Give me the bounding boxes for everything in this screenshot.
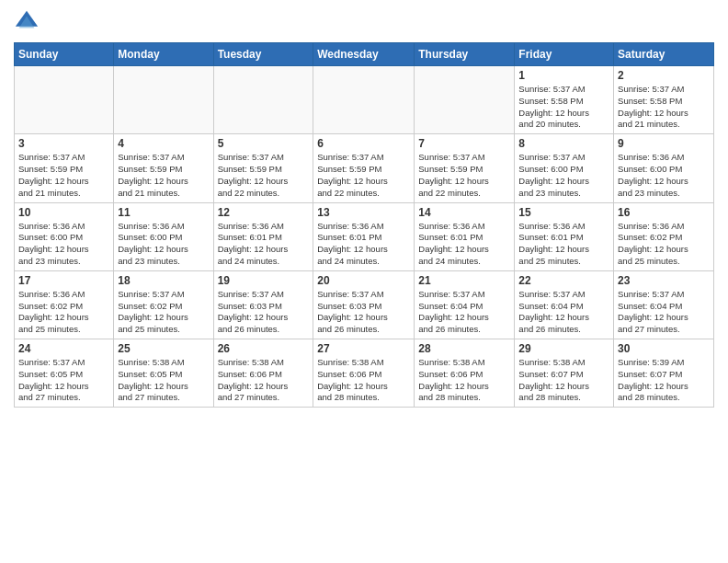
day-info: Sunrise: 5:37 AM Sunset: 5:59 PM Dayligh… [218,152,310,199]
day-number: 18 [118,274,209,287]
day-info: Sunrise: 5:37 AM Sunset: 6:00 PM Dayligh… [518,152,609,199]
day-number: 16 [618,206,710,219]
calendar-cell: 30Sunrise: 5:39 AM Sunset: 6:07 PM Dayli… [614,339,714,408]
day-number: 23 [618,274,710,287]
day-number: 26 [218,342,310,355]
calendar-cell: 13Sunrise: 5:36 AM Sunset: 6:01 PM Dayli… [313,202,415,270]
header-wednesday: Wednesday [313,43,415,66]
day-number: 10 [18,206,109,219]
day-number: 8 [518,137,609,150]
day-info: Sunrise: 5:37 AM Sunset: 5:59 PM Dayligh… [418,152,510,199]
day-number: 7 [418,137,510,150]
calendar-cell [114,66,213,134]
logo-icon [14,9,40,35]
calendar-week-5: 24Sunrise: 5:37 AM Sunset: 6:05 PM Dayli… [15,339,714,408]
calendar-cell: 9Sunrise: 5:36 AM Sunset: 6:00 PM Daylig… [614,134,714,202]
day-number: 22 [518,274,609,287]
calendar-cell: 22Sunrise: 5:37 AM Sunset: 6:04 PM Dayli… [515,270,614,339]
calendar-cell: 1Sunrise: 5:37 AM Sunset: 5:58 PM Daylig… [515,66,614,134]
calendar-cell: 15Sunrise: 5:36 AM Sunset: 6:01 PM Dayli… [515,202,614,270]
day-info: Sunrise: 5:37 AM Sunset: 5:58 PM Dayligh… [618,84,710,131]
day-number: 27 [317,342,410,355]
day-info: Sunrise: 5:36 AM Sunset: 6:00 PM Dayligh… [118,221,209,268]
calendar-cell: 2Sunrise: 5:37 AM Sunset: 5:58 PM Daylig… [614,66,714,134]
day-info: Sunrise: 5:38 AM Sunset: 6:06 PM Dayligh… [418,357,510,404]
calendar-week-3: 10Sunrise: 5:36 AM Sunset: 6:00 PM Dayli… [15,202,714,270]
header-sunday: Sunday [15,43,114,66]
day-number: 19 [218,274,310,287]
day-number: 9 [618,137,710,150]
day-info: Sunrise: 5:36 AM Sunset: 6:00 PM Dayligh… [18,221,109,268]
day-number: 13 [317,206,410,219]
day-number: 20 [317,274,410,287]
day-info: Sunrise: 5:37 AM Sunset: 6:04 PM Dayligh… [518,289,609,336]
logo [14,9,43,35]
calendar-week-1: 1Sunrise: 5:37 AM Sunset: 5:58 PM Daylig… [15,66,714,134]
calendar-cell: 17Sunrise: 5:36 AM Sunset: 6:02 PM Dayli… [15,270,114,339]
calendar-cell: 23Sunrise: 5:37 AM Sunset: 6:04 PM Dayli… [614,270,714,339]
day-number: 2 [618,69,710,82]
day-number: 5 [218,137,310,150]
calendar-cell: 29Sunrise: 5:38 AM Sunset: 6:07 PM Dayli… [515,339,614,408]
day-info: Sunrise: 5:36 AM Sunset: 6:01 PM Dayligh… [218,221,310,268]
calendar-cell: 7Sunrise: 5:37 AM Sunset: 5:59 PM Daylig… [415,134,515,202]
calendar-cell: 27Sunrise: 5:38 AM Sunset: 6:06 PM Dayli… [313,339,415,408]
day-number: 14 [418,206,510,219]
day-info: Sunrise: 5:37 AM Sunset: 5:58 PM Dayligh… [518,84,609,131]
day-info: Sunrise: 5:37 AM Sunset: 6:03 PM Dayligh… [218,289,310,336]
calendar-cell: 10Sunrise: 5:36 AM Sunset: 6:00 PM Dayli… [15,202,114,270]
day-info: Sunrise: 5:37 AM Sunset: 5:59 PM Dayligh… [317,152,410,199]
day-info: Sunrise: 5:37 AM Sunset: 6:04 PM Dayligh… [418,289,510,336]
calendar-cell: 25Sunrise: 5:38 AM Sunset: 6:05 PM Dayli… [114,339,213,408]
day-number: 29 [518,342,609,355]
day-info: Sunrise: 5:37 AM Sunset: 6:05 PM Dayligh… [18,357,109,404]
day-info: Sunrise: 5:37 AM Sunset: 6:04 PM Dayligh… [618,289,710,336]
calendar-cell [313,66,415,134]
day-info: Sunrise: 5:36 AM Sunset: 6:02 PM Dayligh… [618,221,710,268]
calendar-cell: 5Sunrise: 5:37 AM Sunset: 5:59 PM Daylig… [213,134,313,202]
day-number: 28 [418,342,510,355]
calendar-table: SundayMondayTuesdayWednesdayThursdayFrid… [14,42,714,408]
day-number: 15 [518,206,609,219]
day-number: 24 [18,342,109,355]
day-number: 12 [218,206,310,219]
day-number: 1 [518,69,609,82]
calendar-cell: 4Sunrise: 5:37 AM Sunset: 5:59 PM Daylig… [114,134,213,202]
calendar-cell [213,66,313,134]
calendar-week-4: 17Sunrise: 5:36 AM Sunset: 6:02 PM Dayli… [15,270,714,339]
calendar-week-2: 3Sunrise: 5:37 AM Sunset: 5:59 PM Daylig… [15,134,714,202]
calendar-header-row: SundayMondayTuesdayWednesdayThursdayFrid… [15,43,714,66]
day-info: Sunrise: 5:37 AM Sunset: 6:03 PM Dayligh… [317,289,410,336]
day-number: 11 [118,206,209,219]
day-info: Sunrise: 5:39 AM Sunset: 6:07 PM Dayligh… [618,357,710,404]
day-number: 6 [317,137,410,150]
day-info: Sunrise: 5:37 AM Sunset: 5:59 PM Dayligh… [18,152,109,199]
day-info: Sunrise: 5:36 AM Sunset: 6:01 PM Dayligh… [317,221,410,268]
calendar-cell: 26Sunrise: 5:38 AM Sunset: 6:06 PM Dayli… [213,339,313,408]
day-info: Sunrise: 5:38 AM Sunset: 6:07 PM Dayligh… [518,357,609,404]
day-info: Sunrise: 5:38 AM Sunset: 6:06 PM Dayligh… [317,357,410,404]
day-number: 25 [118,342,209,355]
day-number: 4 [118,137,209,150]
calendar-cell: 28Sunrise: 5:38 AM Sunset: 6:06 PM Dayli… [415,339,515,408]
day-number: 21 [418,274,510,287]
day-info: Sunrise: 5:38 AM Sunset: 6:06 PM Dayligh… [218,357,310,404]
day-number: 3 [18,137,109,150]
header-saturday: Saturday [614,43,714,66]
calendar-cell: 16Sunrise: 5:36 AM Sunset: 6:02 PM Dayli… [614,202,714,270]
page-header [14,9,714,35]
day-info: Sunrise: 5:37 AM Sunset: 5:59 PM Dayligh… [118,152,209,199]
day-info: Sunrise: 5:36 AM Sunset: 6:01 PM Dayligh… [518,221,609,268]
calendar-cell: 6Sunrise: 5:37 AM Sunset: 5:59 PM Daylig… [313,134,415,202]
calendar-cell: 14Sunrise: 5:36 AM Sunset: 6:01 PM Dayli… [415,202,515,270]
calendar-cell: 3Sunrise: 5:37 AM Sunset: 5:59 PM Daylig… [15,134,114,202]
calendar-cell: 24Sunrise: 5:37 AM Sunset: 6:05 PM Dayli… [15,339,114,408]
calendar-cell: 12Sunrise: 5:36 AM Sunset: 6:01 PM Dayli… [213,202,313,270]
calendar-cell: 8Sunrise: 5:37 AM Sunset: 6:00 PM Daylig… [515,134,614,202]
day-info: Sunrise: 5:36 AM Sunset: 6:02 PM Dayligh… [18,289,109,336]
calendar-cell [415,66,515,134]
day-info: Sunrise: 5:38 AM Sunset: 6:05 PM Dayligh… [118,357,209,404]
day-info: Sunrise: 5:36 AM Sunset: 6:01 PM Dayligh… [418,221,510,268]
calendar-cell: 18Sunrise: 5:37 AM Sunset: 6:02 PM Dayli… [114,270,213,339]
day-info: Sunrise: 5:37 AM Sunset: 6:02 PM Dayligh… [118,289,209,336]
